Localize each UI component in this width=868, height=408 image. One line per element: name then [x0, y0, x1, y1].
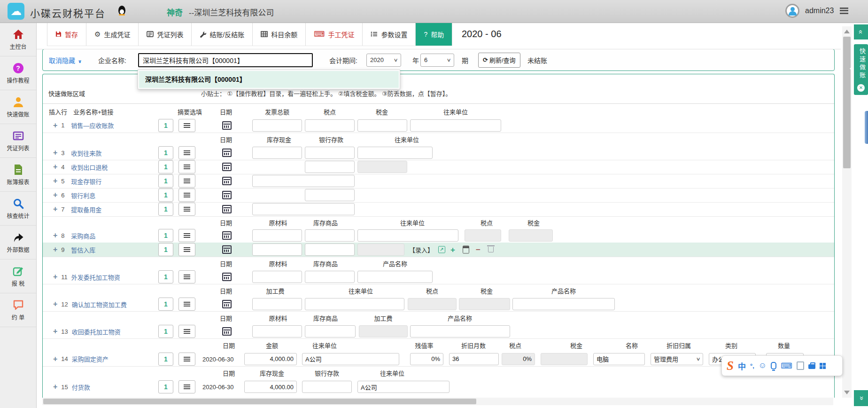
summary-list-button[interactable]: [178, 174, 195, 188]
summary-list-button[interactable]: [178, 353, 195, 366]
clipboard-icon[interactable]: [797, 361, 804, 370]
count-button[interactable]: 1: [158, 229, 173, 242]
insert-row-icon[interactable]: +: [53, 383, 57, 391]
calendar-icon[interactable]: [222, 300, 232, 308]
residual-rate-input[interactable]: [410, 353, 443, 365]
summary-list-button[interactable]: [178, 119, 195, 132]
partner-input[interactable]: [357, 229, 458, 242]
punctuation-icon[interactable]: °,: [750, 362, 754, 369]
stock-goods-input[interactable]: [305, 243, 355, 256]
calendar-icon[interactable]: [222, 121, 232, 130]
quick-accounting-rail-tab[interactable]: 快速做账 ✕: [854, 44, 868, 95]
depreciation-months-input[interactable]: [449, 353, 499, 365]
cancel-hide-link[interactable]: 取消隐藏∨: [49, 55, 82, 65]
sidebar-item-tutorial[interactable]: ? 操作教程: [0, 56, 36, 90]
close-tab-icon[interactable]: ✕: [857, 84, 865, 92]
insert-row-icon[interactable]: +: [53, 205, 57, 213]
help-button[interactable]: ? 帮助: [416, 23, 452, 46]
qq-penguin-icon[interactable]: [118, 6, 125, 15]
sogou-logo[interactable]: S: [727, 359, 734, 373]
horizontal-scrollbar[interactable]: [42, 398, 833, 405]
amount-input[interactable]: [244, 353, 297, 365]
menu-hamburger-icon[interactable]: [840, 8, 848, 14]
insert-row-icon[interactable]: +: [53, 328, 57, 335]
summary-list-button[interactable]: [178, 298, 195, 311]
summary-list-button[interactable]: [178, 188, 195, 202]
bank-deposit-input[interactable]: [305, 189, 355, 201]
cash-input[interactable]: [244, 381, 297, 393]
tax-rate-input[interactable]: [305, 119, 355, 132]
user-avatar-icon[interactable]: [785, 4, 799, 18]
count-button[interactable]: 1: [158, 325, 173, 338]
summary-list-button[interactable]: [178, 160, 195, 173]
calculator-icon[interactable]: [463, 246, 469, 254]
sidebar-item-audit-statistics[interactable]: 核查统计: [0, 192, 36, 226]
insert-row-icon[interactable]: +: [53, 149, 57, 157]
count-button[interactable]: 1: [158, 243, 173, 256]
count-button[interactable]: 1: [158, 188, 173, 202]
expand-rail-button[interactable]: «: [854, 390, 868, 406]
entry-tag[interactable]: 【录入】: [409, 245, 434, 254]
amount-input[interactable]: [252, 175, 355, 187]
company-name-input[interactable]: [138, 53, 313, 67]
apps-grid-icon[interactable]: [820, 363, 826, 369]
parameter-settings-button[interactable]: 参数设置: [363, 23, 416, 46]
insert-row-icon[interactable]: +: [53, 355, 57, 363]
insert-row-icon[interactable]: +: [53, 273, 57, 281]
suggestion-item[interactable]: 深圳兰芝科技有限公司【000001】: [139, 71, 399, 88]
raw-material-input[interactable]: [252, 271, 302, 283]
calendar-icon[interactable]: [222, 245, 232, 254]
summary-list-button[interactable]: [178, 380, 195, 393]
count-button[interactable]: 1: [158, 174, 173, 188]
sidebar-item-ledger-reports[interactable]: 账簿报表: [0, 158, 36, 192]
calendar-icon[interactable]: [222, 191, 232, 199]
business-link[interactable]: 现金存银行: [71, 177, 101, 186]
stock-goods-input[interactable]: [305, 271, 355, 283]
partner-input[interactable]: [305, 298, 404, 310]
sidebar-item-dashboard[interactable]: 主控台: [0, 23, 36, 56]
app-logo-cloud-icon[interactable]: ☁: [8, 3, 24, 20]
business-link[interactable]: 提取备用金: [71, 205, 101, 214]
calendar-icon[interactable]: [222, 273, 232, 281]
insert-row-icon[interactable]: +: [53, 300, 57, 308]
partner-input[interactable]: [302, 353, 399, 365]
add-icon[interactable]: +: [450, 246, 455, 254]
close-account-button[interactable]: 结账/反结账: [192, 23, 253, 46]
generate-voucher-button[interactable]: ⚙ 生成凭证: [86, 23, 139, 46]
date-value[interactable]: 2020-06-30: [202, 384, 234, 391]
scroll-down-arrow[interactable]: [844, 391, 850, 394]
chinese-mode-icon[interactable]: 中: [738, 360, 746, 372]
remove-icon[interactable]: −: [476, 246, 480, 254]
month-select[interactable]: 6∨: [420, 54, 454, 67]
count-button[interactable]: 1: [158, 119, 173, 132]
product-name-input[interactable]: [512, 298, 615, 310]
calendar-icon[interactable]: [222, 205, 232, 213]
processing-fee-input[interactable]: [252, 298, 302, 310]
cash-input[interactable]: [252, 147, 302, 159]
count-button[interactable]: 1: [158, 380, 173, 393]
voucher-list-button[interactable]: 凭证列表: [139, 23, 192, 46]
manual-voucher-button[interactable]: ⌨ 手工凭证: [306, 23, 363, 46]
summary-list-button[interactable]: [178, 146, 195, 159]
business-link[interactable]: 销售—应收账款: [71, 121, 114, 130]
count-button[interactable]: 1: [158, 270, 173, 283]
horizontal-scroll-thumb[interactable]: [43, 399, 476, 404]
calendar-icon[interactable]: [222, 149, 232, 157]
summary-list-button[interactable]: [178, 203, 195, 216]
stock-goods-input[interactable]: [305, 325, 356, 337]
insert-row-icon[interactable]: +: [53, 177, 57, 185]
sidebar-item-voucher-list[interactable]: 凭证列表: [0, 124, 36, 158]
calendar-icon[interactable]: [222, 231, 232, 240]
business-link[interactable]: 确认加工物资加工费: [72, 300, 127, 309]
asset-name-input[interactable]: [593, 353, 645, 365]
scroll-up-arrow[interactable]: [844, 30, 850, 33]
calendar-icon[interactable]: [222, 327, 232, 336]
business-link[interactable]: 采购固定资产: [72, 354, 108, 363]
summary-list-button[interactable]: [178, 325, 195, 338]
bank-deposit-input[interactable]: [302, 381, 352, 393]
business-link[interactable]: 收到出口退税: [71, 163, 108, 172]
count-button[interactable]: 1: [158, 353, 173, 366]
stock-goods-input[interactable]: [305, 229, 355, 242]
count-button[interactable]: 1: [158, 160, 173, 173]
invoice-total-input[interactable]: [252, 119, 302, 132]
